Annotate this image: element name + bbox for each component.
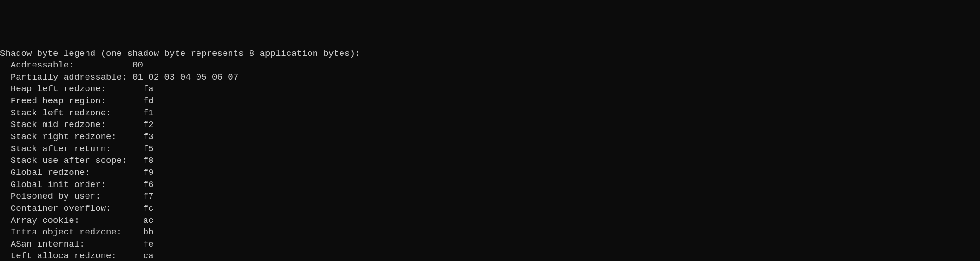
legend-left-alloca-redzone: Left alloca redzone: ca — [0, 250, 980, 261]
legend-title: Shadow byte legend (one shadow byte repr… — [0, 48, 980, 60]
legend-asan-internal: ASan internal: fe — [0, 239, 980, 251]
legend-stack-after-return: Stack after return: f5 — [0, 143, 980, 155]
legend-partially-addressable: Partially addressable: 01 02 03 04 05 06… — [0, 72, 980, 84]
legend-poisoned-by-user: Poisoned by user: f7 — [0, 191, 980, 203]
legend-global-init-order: Global init order: f6 — [0, 179, 980, 191]
legend-global-redzone: Global redzone: f9 — [0, 167, 980, 179]
legend-array-cookie: Array cookie: ac — [0, 215, 980, 227]
legend-stack-left-redzone: Stack left redzone: f1 — [0, 107, 980, 120]
legend-addressable: Addressable: 00 — [0, 60, 980, 72]
legend-intra-object-redzone: Intra object redzone: bb — [0, 227, 980, 239]
legend-stack-right-redzone: Stack right redzone: f3 — [0, 131, 980, 143]
legend-heap-left-redzone: Heap left redzone: fa — [0, 83, 980, 95]
legend-container-overflow: Container overflow: fc — [0, 203, 980, 215]
legend-stack-mid-redzone: Stack mid redzone: f2 — [0, 119, 980, 131]
legend-stack-use-after-scope: Stack use after scope: f8 — [0, 155, 980, 167]
legend-freed-heap-region: Freed heap region: fd — [0, 95, 980, 107]
